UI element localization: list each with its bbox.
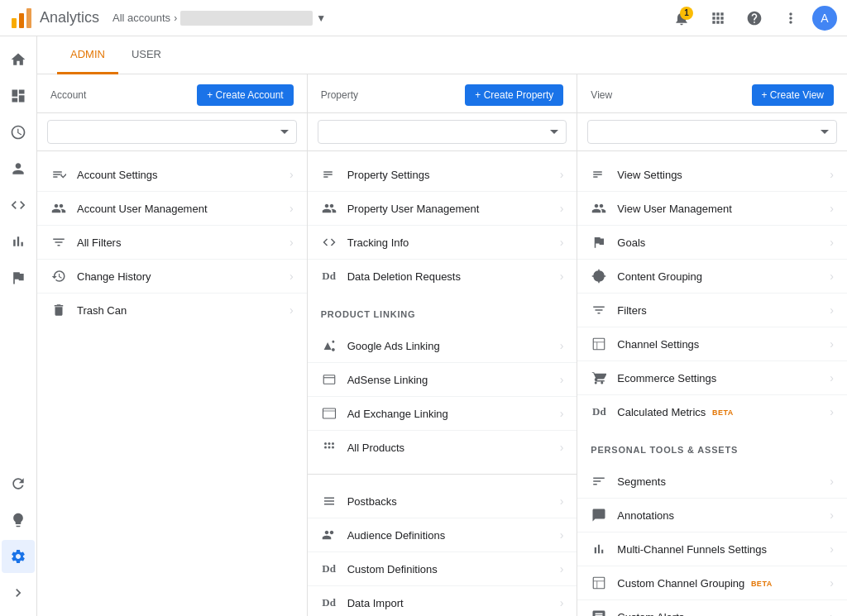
custom-alerts-label: Custom Alerts xyxy=(617,611,684,617)
custom-alerts-item[interactable]: Custom Alerts › xyxy=(577,600,847,616)
property-user-mgmt-item[interactable]: Property User Management › xyxy=(308,192,577,226)
svg-point-9 xyxy=(332,442,334,445)
change-history-icon xyxy=(50,268,67,284)
multi-channel-funnels-item[interactable]: Multi-Channel Funnels Settings › xyxy=(577,532,847,566)
custom-alerts-icon xyxy=(591,609,607,616)
account-settings-arrow: › xyxy=(290,168,294,181)
create-property-button[interactable]: + Create Property xyxy=(465,84,563,106)
audience-definitions-item[interactable]: Audience Definitions › xyxy=(308,518,577,552)
trash-can-item[interactable]: Trash Can › xyxy=(37,294,307,327)
sidebar-clock-button[interactable] xyxy=(2,116,35,149)
view-user-mgmt-icon xyxy=(591,200,607,217)
custom-definitions-icon: Dd xyxy=(321,561,337,577)
sidebar-settings-button[interactable] xyxy=(2,540,35,573)
data-import-label: Data Import xyxy=(347,597,404,609)
account-name-placeholder xyxy=(180,11,313,26)
account-selector[interactable]: All accounts › ▼ xyxy=(112,11,326,26)
all-filters-label: All Filters xyxy=(77,236,121,249)
ad-exchange-arrow: › xyxy=(560,407,564,420)
goals-item[interactable]: Goals › xyxy=(577,226,847,260)
custom-channel-grouping-item[interactable]: Custom Channel Grouping BETA › xyxy=(577,566,847,600)
sidebar-people-button[interactable] xyxy=(2,152,35,185)
data-import-icon: Dd xyxy=(321,595,337,611)
personal-tools-list: Segments › Annotations › Multi-Channel F… xyxy=(577,458,847,616)
account-settings-label: Account Settings xyxy=(77,169,158,181)
audience-definitions-icon xyxy=(321,527,337,543)
channel-settings-item[interactable]: Channel Settings › xyxy=(577,327,847,361)
content-grouping-item[interactable]: Content Grouping › xyxy=(577,260,847,294)
tab-admin[interactable]: ADMIN xyxy=(57,36,118,74)
account-settings-item[interactable]: Account Settings › xyxy=(37,158,307,192)
adsense-linking-item[interactable]: AdSense Linking › xyxy=(308,363,577,397)
property-settings-label: Property Settings xyxy=(347,169,430,181)
property-settings-item[interactable]: Property Settings › xyxy=(308,158,577,192)
property-dropdown[interactable] xyxy=(318,120,567,144)
create-account-button[interactable]: + Create Account xyxy=(197,84,293,106)
ecommerce-settings-item[interactable]: Ecommerce Settings › xyxy=(577,361,847,395)
goals-arrow: › xyxy=(830,236,834,249)
all-products-arrow: › xyxy=(560,441,564,454)
product-linking-section-label: PRODUCT LINKING xyxy=(308,299,577,322)
all-products-icon xyxy=(321,439,337,456)
view-settings-item[interactable]: View Settings › xyxy=(577,158,847,192)
apps-button[interactable] xyxy=(703,3,733,33)
data-deletion-label: Data Deletion Requests xyxy=(347,270,461,283)
svg-rect-1 xyxy=(19,13,24,28)
property-menu-list: Property Settings › Property User Manage… xyxy=(308,151,577,299)
account-selector-row xyxy=(37,113,307,151)
help-button[interactable] xyxy=(739,3,769,33)
annotations-item[interactable]: Annotations › xyxy=(577,499,847,532)
all-accounts-label: All accounts xyxy=(112,12,170,24)
tracking-info-item[interactable]: Tracking Info › xyxy=(308,226,577,260)
sidebar-behavior-button[interactable] xyxy=(2,225,35,258)
all-filters-item[interactable]: All Filters › xyxy=(37,226,307,260)
view-filters-arrow: › xyxy=(830,303,834,317)
channel-settings-icon xyxy=(591,336,607,352)
account-dropdown[interactable] xyxy=(47,120,297,144)
annotations-label: Annotations xyxy=(617,509,674,522)
calculated-metrics-item[interactable]: Dd Calculated Metrics BETA › xyxy=(577,395,847,428)
ad-exchange-item[interactable]: Ad Exchange Linking › xyxy=(308,397,577,431)
help-icon xyxy=(746,10,763,26)
custom-definitions-arrow: › xyxy=(560,562,564,575)
sidebar-expand-button[interactable] xyxy=(2,576,35,609)
sidebar-lightbulb-button[interactable] xyxy=(2,504,35,537)
custom-definitions-label: Custom Definitions xyxy=(347,563,438,575)
all-products-item[interactable]: All Products › xyxy=(308,431,577,464)
sidebar-refresh-button[interactable] xyxy=(2,467,35,500)
adsense-arrow: › xyxy=(560,373,564,386)
tab-user[interactable]: USER xyxy=(118,36,175,74)
svg-point-11 xyxy=(328,446,330,449)
dashboard-icon xyxy=(10,88,26,104)
google-ads-linking-item[interactable]: Google Ads Linking › xyxy=(308,329,577,363)
calculated-metrics-beta: BETA xyxy=(712,408,734,417)
custom-definitions-item[interactable]: Dd Custom Definitions › xyxy=(308,552,577,586)
chevron-right-icon xyxy=(10,585,26,601)
view-settings-arrow: › xyxy=(830,168,834,181)
account-user-mgmt-icon xyxy=(50,200,67,217)
sidebar-flag-button[interactable] xyxy=(2,261,35,294)
svg-rect-2 xyxy=(26,8,31,28)
postbacks-item[interactable]: Postbacks › xyxy=(308,485,577,518)
sidebar-bottom-items xyxy=(2,467,35,609)
sidebar-acquisition-button[interactable] xyxy=(2,189,35,222)
view-dropdown[interactable] xyxy=(587,120,837,144)
account-settings-icon xyxy=(50,166,67,183)
create-view-button[interactable]: + Create View xyxy=(752,84,835,106)
account-user-mgmt-item[interactable]: Account User Management › xyxy=(37,192,307,226)
user-avatar[interactable]: A xyxy=(812,6,837,31)
google-ads-icon xyxy=(321,337,337,354)
multi-channel-funnels-icon xyxy=(591,541,607,557)
more-options-button[interactable] xyxy=(776,3,806,33)
notifications-button[interactable]: 1 xyxy=(667,3,696,33)
segments-item[interactable]: Segments › xyxy=(577,465,847,499)
view-filters-item[interactable]: Filters › xyxy=(577,294,847,327)
change-history-item[interactable]: Change History › xyxy=(37,260,307,294)
sidebar-home-button[interactable] xyxy=(2,43,35,76)
tracking-info-arrow: › xyxy=(560,236,564,249)
view-user-mgmt-item[interactable]: View User Management › xyxy=(577,192,847,226)
sidebar-dashboards-button[interactable] xyxy=(2,79,35,112)
data-import-item[interactable]: Dd Data Import › xyxy=(308,586,577,616)
logo-area: Analytics xyxy=(10,7,99,30)
data-deletion-item[interactable]: Dd Data Deletion Requests › xyxy=(308,260,577,293)
